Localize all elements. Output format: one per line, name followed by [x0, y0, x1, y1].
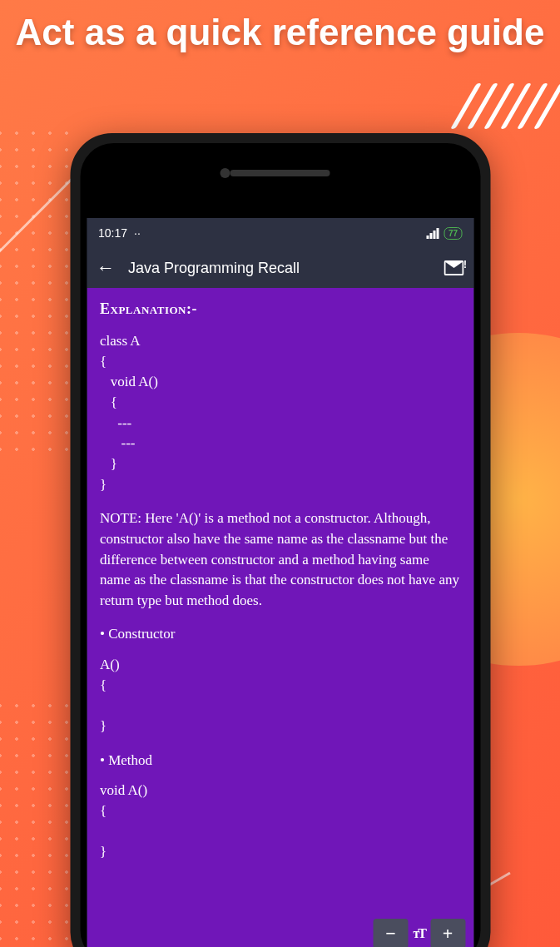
- app-bar: ← Java Programming Recall !: [87, 248, 473, 288]
- status-time: 10:17: [98, 226, 127, 240]
- phone-camera: [220, 168, 230, 178]
- screen: 10:17 ·· 77 ← Java Programming Recall !: [87, 218, 473, 947]
- mail-icon[interactable]: !: [444, 260, 463, 275]
- phone-inner: 10:17 ·· 77 ← Java Programming Recall !: [80, 143, 480, 947]
- font-increase-button[interactable]: +: [430, 919, 465, 947]
- status-dots: ··: [134, 226, 141, 240]
- phone-earpiece: [230, 170, 330, 176]
- signal-icon: [427, 228, 439, 239]
- back-arrow-icon[interactable]: ←: [97, 257, 115, 279]
- battery-indicator: 77: [444, 227, 462, 240]
- code-block-class: class A { void A() { --- --- } }: [100, 331, 460, 495]
- code-block-constructor: A() { }: [100, 655, 460, 737]
- method-label: • Method: [100, 751, 460, 771]
- font-size-label: тT: [413, 924, 425, 943]
- status-bar: 10:17 ·· 77: [87, 218, 473, 248]
- font-decrease-button[interactable]: −: [373, 919, 408, 947]
- phone-frame: 10:17 ·· 77 ← Java Programming Recall !: [70, 133, 490, 947]
- note-text: NOTE: Here 'A()' is a method not a const…: [100, 508, 460, 611]
- constructor-label: • Constructor: [100, 624, 460, 645]
- bg-dots-left: [0, 125, 75, 458]
- font-controls: − тT +: [373, 919, 465, 947]
- explanation-header: Explanation:-: [100, 298, 460, 320]
- promo-title: Act as a quick reference guide: [0, 12, 560, 54]
- app-title: Java Programming Recall: [128, 260, 430, 277]
- content-area[interactable]: Explanation:- class A { void A() { --- -…: [87, 288, 473, 947]
- code-block-method: void A() { }: [100, 781, 460, 863]
- bg-slashes: [463, 83, 552, 129]
